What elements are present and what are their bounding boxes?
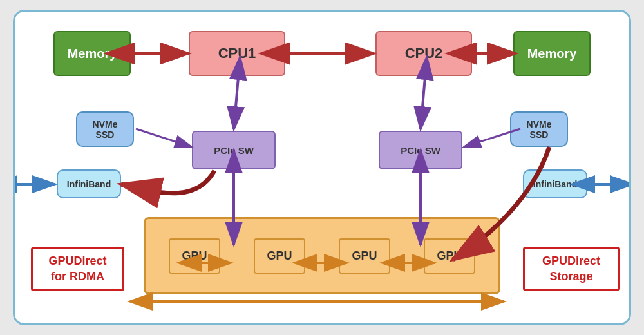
svg-line-12 (421, 77, 425, 129)
gpu2-label: GPU (267, 249, 292, 263)
gpu4-box: GPU (424, 238, 475, 274)
gpudirect-rdma-label: GPUDirectfor RDMA (31, 247, 124, 291)
gpu3-box: GPU (339, 238, 390, 274)
svg-line-11 (234, 77, 238, 129)
pcie2-label: PCIe SW (401, 145, 440, 156)
memory-left-label: Memory (68, 46, 117, 61)
infiniband-right-box: InfiniBand (523, 169, 587, 198)
gpu1-label: GPU (182, 249, 207, 263)
diagram-container: Memory Memory CPU1 CPU2 NVMeSSD NVMeSSD … (13, 10, 631, 325)
nvme-left-label: NVMeSSD (93, 119, 118, 140)
gpudirect-storage-label: GPUDirectStorage (523, 247, 620, 291)
pcie1-label: PCIe SW (214, 145, 254, 156)
gpu1-box: GPU (169, 238, 220, 274)
memory-right-label: Memory (527, 46, 577, 61)
cpu2-label: CPU2 (405, 45, 443, 62)
pcie2-box: PCIe SW (379, 131, 462, 169)
pcie1-box: PCIe SW (192, 131, 276, 169)
svg-line-19 (136, 129, 192, 147)
nvme-right-label: NVMeSSD (527, 119, 552, 140)
infiniband-left-label: InfiniBand (67, 179, 111, 189)
gpu2-box: GPU (254, 238, 305, 274)
nvme-right-box: NVMeSSD (510, 111, 568, 147)
nvme-left-box: NVMeSSD (76, 111, 134, 147)
cpu2-box: CPU2 (375, 31, 472, 76)
cpu1-box: CPU1 (189, 31, 285, 76)
gpu-row: GPU GPU GPU GPU (144, 217, 500, 294)
memory-right-box: Memory (513, 31, 591, 76)
gpu3-label: GPU (352, 249, 377, 263)
gpu4-label: GPU (437, 249, 462, 263)
cpu1-label: CPU1 (218, 45, 256, 62)
infiniband-right-label: InfiniBand (533, 179, 577, 189)
infiniband-left-box: InfiniBand (57, 169, 121, 198)
memory-left-box: Memory (53, 31, 131, 76)
